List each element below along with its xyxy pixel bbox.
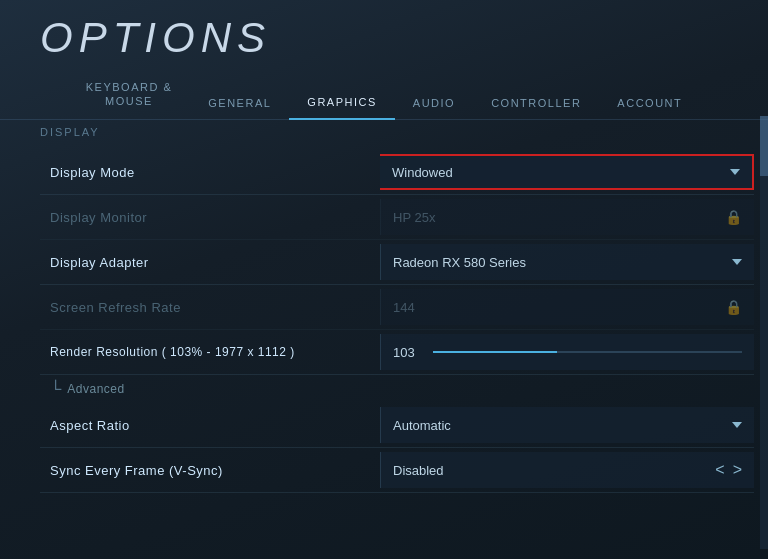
render-resolution-value[interactable]: 103 — [380, 334, 754, 370]
tab-keyboard-mouse[interactable]: KEYBOARD &MOUSE — [68, 72, 191, 119]
display-mode-label: Display Mode — [40, 165, 380, 180]
scrollbar-track[interactable] — [760, 116, 768, 549]
tab-graphics[interactable]: GRAPHICS — [289, 88, 394, 120]
render-resolution-row: Render Resolution ( 103% - 1977 x 1112 )… — [40, 330, 754, 375]
slider-fill — [433, 351, 557, 353]
arrow-left-icon[interactable]: < — [715, 461, 724, 479]
screen-refresh-rate-value: 144 🔒 — [380, 289, 754, 325]
vsync-text: Disabled — [393, 463, 444, 478]
display-adapter-text: Radeon RX 580 Series — [393, 255, 526, 270]
aspect-ratio-label: Aspect Ratio — [40, 418, 380, 433]
display-monitor-text: HP 25x — [393, 210, 435, 225]
corner-icon: └ — [50, 381, 61, 397]
tab-general[interactable]: GENERAL — [190, 89, 289, 119]
settings-content: DISPLAY Display Mode Windowed Display Mo… — [40, 116, 754, 549]
vsync-row: Sync Every Frame (V-Sync) Disabled < > — [40, 448, 754, 493]
screen-refresh-rate-label: Screen Refresh Rate — [40, 300, 380, 315]
lock-icon-2: 🔒 — [725, 299, 742, 315]
display-mode-text: Windowed — [392, 165, 453, 180]
chevron-down-icon-2 — [732, 259, 742, 265]
tab-account[interactable]: ACCOUNT — [599, 89, 700, 119]
tab-audio[interactable]: AUDIO — [395, 89, 473, 119]
scrollbar-thumb[interactable] — [760, 116, 768, 176]
tab-controller[interactable]: CONTROLLER — [473, 89, 599, 119]
display-adapter-value[interactable]: Radeon RX 580 Series — [380, 244, 754, 280]
display-mode-value[interactable]: Windowed — [380, 154, 754, 190]
vsync-arrows: < > — [715, 461, 742, 479]
page-title: OPTIONS — [40, 14, 271, 62]
vsync-label: Sync Every Frame (V-Sync) — [40, 463, 380, 478]
slider-track[interactable] — [433, 351, 742, 353]
aspect-ratio-value[interactable]: Automatic — [380, 407, 754, 443]
aspect-ratio-text: Automatic — [393, 418, 451, 433]
render-resolution-number: 103 — [393, 345, 423, 360]
display-mode-row: Display Mode Windowed — [40, 150, 754, 195]
options-page: OPTIONS KEYBOARD &MOUSE GENERAL GRAPHICS… — [0, 0, 768, 559]
lock-icon: 🔒 — [725, 209, 742, 225]
display-monitor-label: Display Monitor — [40, 210, 380, 225]
nav-tabs: KEYBOARD &MOUSE GENERAL GRAPHICS AUDIO C… — [0, 72, 768, 120]
vsync-value: Disabled < > — [380, 452, 754, 488]
display-monitor-value: HP 25x 🔒 — [380, 199, 754, 235]
screen-refresh-rate-row: Screen Refresh Rate 144 🔒 — [40, 285, 754, 330]
render-resolution-label: Render Resolution ( 103% - 1977 x 1112 ) — [40, 345, 380, 359]
chevron-down-icon — [730, 169, 740, 175]
slider-container: 103 — [393, 345, 742, 360]
arrow-right-icon[interactable]: > — [733, 461, 742, 479]
display-monitor-row: Display Monitor HP 25x 🔒 — [40, 195, 754, 240]
advanced-row[interactable]: └ Advanced — [40, 375, 754, 403]
advanced-label: Advanced — [67, 382, 124, 396]
display-adapter-label: Display Adapter — [40, 255, 380, 270]
screen-refresh-rate-text: 144 — [393, 300, 415, 315]
display-section-label: DISPLAY — [40, 126, 754, 138]
chevron-down-icon-3 — [732, 422, 742, 428]
aspect-ratio-row: Aspect Ratio Automatic — [40, 403, 754, 448]
display-adapter-row: Display Adapter Radeon RX 580 Series — [40, 240, 754, 285]
